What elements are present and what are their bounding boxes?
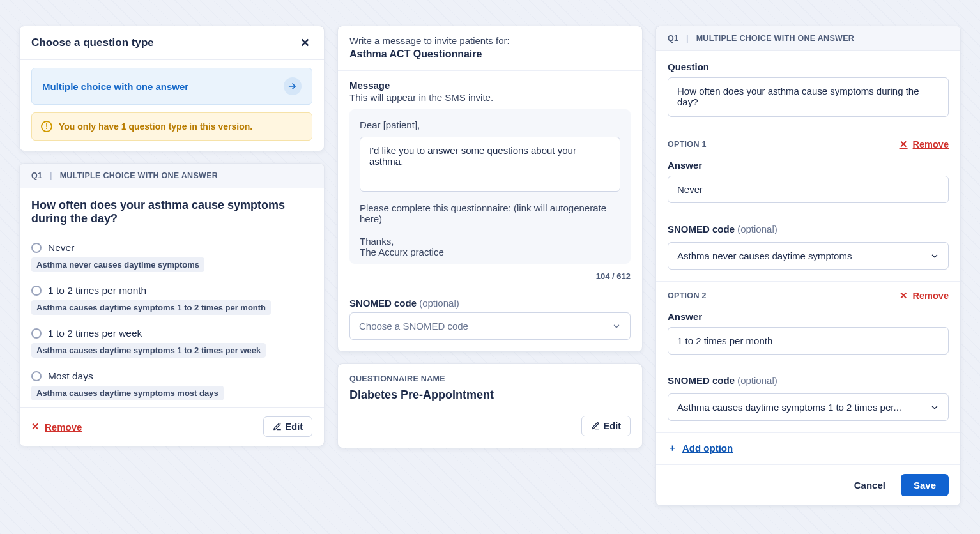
qn-name: Diabetes Pre-Appointment <box>338 388 642 409</box>
radio-icon[interactable] <box>31 286 42 296</box>
snomed-tag: Asthma causes daytime symptoms 1 to 2 ti… <box>31 343 266 358</box>
option-label: 1 to 2 times per month <box>48 285 146 296</box>
option-label: Never <box>48 242 74 254</box>
question-type-label: Multiple choice with one answer <box>42 81 188 92</box>
remove-option-2-button[interactable]: ✕ Remove <box>900 291 949 301</box>
edit-name-button[interactable]: Edit <box>581 416 631 436</box>
snomed-label: SNOMED code (optional) <box>656 213 960 240</box>
pencil-icon <box>273 422 282 431</box>
question-header: Q1 | MULTIPLE CHOICE WITH ONE ANSWER <box>20 164 324 188</box>
answer-label: Answer <box>656 301 960 327</box>
snomed-tag: Asthma causes daytime symptoms 1 to 2 ti… <box>31 300 271 315</box>
message-label: Message <box>338 71 642 92</box>
questionnaire-title: Asthma ACT Questionnaire <box>338 49 642 70</box>
snomed-tag: Asthma never causes daytime symptoms <box>31 257 204 272</box>
snomed-select[interactable]: Choose a SNOMED code <box>349 312 631 340</box>
snomed-value: Asthma never causes daytime symptoms <box>677 250 852 261</box>
option-2-snomed-select[interactable]: Asthma causes daytime symptoms 1 to 2 ti… <box>668 393 949 421</box>
plus-icon: ＋ <box>668 442 677 454</box>
warning-text: You only have 1 question type in this ve… <box>59 121 252 132</box>
answer-label: Answer <box>656 149 960 176</box>
questionnaire-name-card: QUESTIONNAIRE NAME Diabetes Pre-Appointm… <box>337 363 643 448</box>
question-type-header: MULTIPLE CHOICE WITH ONE ANSWER <box>60 171 218 180</box>
follow-line: Please complete this questionnaire: (lin… <box>360 202 620 224</box>
snomed-value: Asthma causes daytime symptoms 1 to 2 ti… <box>677 402 901 413</box>
warning-icon: ! <box>41 121 52 132</box>
invite-message-card: Write a message to invite patients for: … <box>337 26 643 352</box>
choose-question-type-title: Choose a question type <box>31 36 154 49</box>
greeting-line: Dear [patient], <box>360 119 620 130</box>
message-preview: Dear [patient], Please complete this que… <box>349 109 631 264</box>
question-preview-card: Q1 | MULTIPLE CHOICE WITH ONE ANSWER How… <box>19 163 325 446</box>
message-body-input[interactable] <box>360 137 620 192</box>
option-label: Most days <box>48 370 93 382</box>
snomed-label: SNOMED code (optional) <box>656 365 960 391</box>
option-row: 1 to 2 times per week Asthma causes dayt… <box>20 321 324 364</box>
editor-header: Q1 | MULTIPLE CHOICE WITH ONE ANSWER <box>656 26 960 51</box>
x-icon: ✕ <box>900 291 908 301</box>
char-counter: 104 / 612 <box>338 269 642 289</box>
x-icon: ✕ <box>31 421 40 432</box>
snomed-placeholder: Choose a SNOMED code <box>359 321 468 332</box>
chevron-down-icon <box>612 322 621 331</box>
close-button[interactable]: ✕ <box>297 35 312 50</box>
chevron-down-icon <box>930 252 939 261</box>
radio-icon[interactable] <box>31 328 42 339</box>
edit-question-button[interactable]: Edit <box>263 416 312 437</box>
cancel-button[interactable]: Cancel <box>845 474 894 496</box>
option-2-answer-input[interactable] <box>668 327 949 355</box>
remove-option-1-button[interactable]: ✕ Remove <box>900 139 949 149</box>
snomed-label: SNOMED code (optional) <box>338 289 642 310</box>
snomed-tag: Asthma causes daytime symptoms most days <box>31 386 224 400</box>
save-button[interactable]: Save <box>901 474 949 496</box>
warning-banner: ! You only have 1 question type in this … <box>31 112 312 141</box>
radio-icon[interactable] <box>31 243 42 253</box>
x-icon: ✕ <box>900 139 908 149</box>
pencil-icon <box>591 422 600 431</box>
invite-lead: Write a message to invite patients for: <box>338 26 642 49</box>
question-type-header: MULTIPLE CHOICE WITH ONE ANSWER <box>696 34 854 43</box>
qn-section-label: QUESTIONNAIRE NAME <box>338 364 642 388</box>
question-number: Q1 <box>668 34 678 43</box>
question-input[interactable] <box>668 77 949 117</box>
question-type-card: Choose a question type ✕ Multiple choice… <box>19 26 325 151</box>
question-field-label: Question <box>656 51 960 77</box>
option-1-answer-input[interactable] <box>668 176 949 203</box>
close-icon: ✕ <box>300 36 310 50</box>
option-row: Never Asthma never causes daytime sympto… <box>20 236 324 278</box>
option-1-title: OPTION 1 <box>668 140 707 149</box>
radio-icon[interactable] <box>31 371 42 381</box>
question-number: Q1 <box>31 171 42 180</box>
question-text: How often does your asthma cause symptom… <box>20 188 324 236</box>
option-2-title: OPTION 2 <box>668 291 707 300</box>
remove-question-button[interactable]: ✕ Remove <box>31 421 82 432</box>
chevron-down-icon <box>930 403 939 412</box>
option-label: 1 to 2 times per week <box>48 328 142 339</box>
question-editor-card: Q1 | MULTIPLE CHOICE WITH ONE ANSWER Que… <box>655 26 961 506</box>
option-row: 1 to 2 times per month Asthma causes day… <box>20 278 324 321</box>
option-1-snomed-select[interactable]: Asthma never causes daytime symptoms <box>668 242 949 270</box>
arrow-right-icon <box>284 77 302 95</box>
message-sub: This will appear in the SMS invite. <box>338 92 642 109</box>
option-row: Most days Asthma causes daytime symptoms… <box>20 364 324 407</box>
question-type-option[interactable]: Multiple choice with one answer <box>31 68 312 105</box>
add-option-button[interactable]: ＋ Add option <box>656 433 744 464</box>
sign-off-2: The Accurx practice <box>360 247 620 257</box>
sign-off-1: Thanks, <box>360 236 620 247</box>
